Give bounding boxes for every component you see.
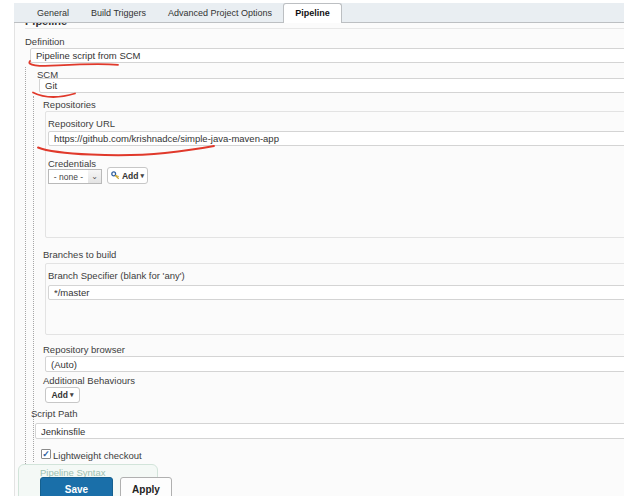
script-path-input[interactable] [35,423,624,439]
check-icon: ✓ [42,449,50,459]
lightweight-checkout-checkbox[interactable]: ✓ [41,449,51,459]
credentials-add-button[interactable]: Add ▾ [107,167,148,184]
branch-specifier-input[interactable] [48,285,624,300]
definition-label: Definition [25,36,65,47]
credentials-select-value: - none - [54,172,83,182]
repositories-label: Repositories [43,99,96,110]
definition-select[interactable]: Pipeline script from SCM [30,48,624,63]
chevron-down-icon[interactable]: ⌄ [88,169,102,184]
save-button[interactable]: Save [40,477,113,496]
branches-to-build-label: Branches to build [43,249,116,260]
nesting-guide-level1 [25,67,26,478]
credentials-label: Credentials [48,158,96,169]
config-tabbar: General Build Triggers Advanced Project … [14,3,624,23]
repository-url-input[interactable] [48,131,624,146]
credentials-select[interactable]: - none - [48,169,89,184]
repository-url-label: Repository URL [48,118,115,129]
credentials-add-label: Add [122,171,139,181]
key-icon [111,171,120,180]
definition-select-value: Pipeline script from SCM [36,49,141,62]
caret-down-icon: ▾ [141,172,145,180]
scm-select[interactable]: Git [39,78,624,93]
repository-browser-label: Repository browser [43,344,125,355]
tab-build-triggers[interactable]: Build Triggers [80,3,157,22]
additional-behaviours-add-button[interactable]: Add ▾ [45,387,80,403]
script-path-label: Script Path [31,408,77,419]
additional-behaviours-add-label: Add [51,390,68,400]
heading-divider [25,28,624,29]
tab-pipeline[interactable]: Pipeline [283,3,342,23]
branch-specifier-label: Branch Specifier (blank for 'any') [48,270,185,281]
repository-browser-select[interactable]: (Auto) [45,356,624,372]
lightweight-checkout-label: Lightweight checkout [53,450,142,461]
apply-button[interactable]: Apply [120,477,172,496]
scm-select-value: Git [45,79,57,92]
tab-advanced-project-options[interactable]: Advanced Project Options [157,3,283,22]
caret-down-icon: ▾ [70,391,74,399]
jenkins-config-page: Pipeline General Build Triggers Advanced… [0,0,624,496]
additional-behaviours-label: Additional Behaviours [43,375,135,386]
tab-general[interactable]: General [26,3,80,22]
repository-browser-value: (Auto) [51,358,77,371]
